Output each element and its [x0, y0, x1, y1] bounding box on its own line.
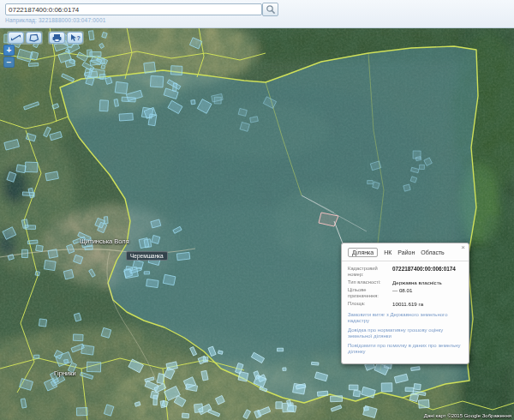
popup-divider: [342, 261, 469, 261]
measure-length-button[interactable]: [8, 32, 24, 44]
help-button[interactable]: ?: [67, 32, 83, 44]
print-button[interactable]: [49, 32, 65, 44]
zoom-in-button[interactable]: +: [3, 45, 15, 56]
popup-links: Замовити витяг з Державного земельного к…: [348, 312, 463, 355]
map-canvas[interactable]: ? + − Щитинська Воля Черемшанка Гірники …: [0, 27, 514, 420]
search-bar: Наприклад: 3221888000:03:047:0001: [0, 0, 514, 28]
measure-area-button[interactable]: [26, 32, 42, 44]
print-icon: [51, 33, 63, 42]
zoom-control: + −: [3, 45, 15, 68]
popup-body: Кадастровий номер: 0722187400:00:006:017…: [342, 264, 469, 363]
search-icon: [266, 4, 276, 15]
app-window: Наприклад: 3221888000:03:047:0001: [0, 0, 514, 420]
place-label: Черемшанка: [126, 251, 168, 261]
field-cadastral-number: Кадастровий номер: 0722187400:00:006:017…: [348, 266, 463, 278]
link-valuation-info[interactable]: Довідка про нормативну грошову оцінку зе…: [348, 327, 463, 339]
tab-nk[interactable]: НК: [384, 249, 391, 255]
help-cursor-icon: ?: [69, 33, 81, 42]
map-toolbar: ?: [7, 31, 84, 45]
tab-region[interactable]: Область: [421, 249, 444, 255]
link-order-extract[interactable]: Замовити витяг з Державного земельного к…: [348, 312, 463, 324]
utility-tools-group: ?: [48, 31, 84, 45]
measure-length-icon: [10, 33, 21, 42]
close-icon[interactable]: ×: [461, 244, 465, 251]
search-button[interactable]: [262, 3, 278, 16]
search-hint: Наприклад: 3221888000:03:047:0001: [5, 17, 106, 23]
zoom-out-button[interactable]: −: [3, 57, 15, 68]
measure-tools-group: [7, 31, 43, 45]
field-purpose: Цільове призначення: — 08.01: [348, 287, 463, 299]
place-label: Щитинська Воля: [80, 237, 129, 245]
tab-district[interactable]: Район: [397, 249, 415, 255]
place-label: Гірники: [54, 369, 76, 377]
svg-text:?: ?: [76, 35, 80, 41]
tab-parcel[interactable]: Ділянка: [348, 248, 378, 257]
link-report-error[interactable]: Повідомити про помилку в даних про земел…: [348, 343, 463, 355]
field-ownership-type: Тип власності: Державна власність: [348, 279, 463, 285]
search-input[interactable]: [5, 3, 262, 15]
map-attribution: Дані карт ©2015 Google Зображення: [424, 413, 511, 418]
parcel-info-popup: × Ділянка НК Район Область Кадастровий н…: [341, 243, 469, 364]
measure-area-icon: [28, 33, 39, 42]
field-area: Площа: 10011.619 га: [348, 301, 463, 307]
popup-tabs: Ділянка НК Район Область: [342, 243, 469, 260]
